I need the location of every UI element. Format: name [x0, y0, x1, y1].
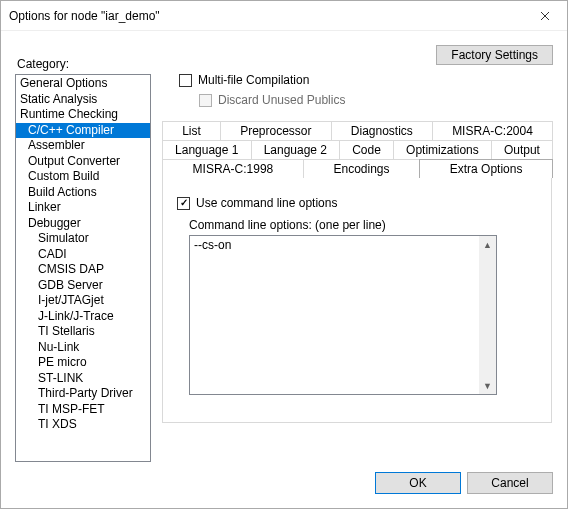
ok-button[interactable]: OK — [375, 472, 461, 494]
cmdline-options-field[interactable]: ▲ ▼ — [189, 235, 497, 395]
tab-output[interactable]: Output — [491, 140, 553, 159]
tab-diagnostics[interactable]: Diagnostics — [331, 121, 433, 140]
tab-panel-extra-options: Use command line options Command line op… — [162, 177, 552, 423]
scrollbar[interactable]: ▲ ▼ — [479, 236, 496, 394]
category-item[interactable]: J-Link/J-Trace — [16, 309, 150, 325]
category-item[interactable]: PE micro — [16, 355, 150, 371]
category-item[interactable]: TI XDS — [16, 417, 150, 433]
factory-settings-button[interactable]: Factory Settings — [436, 45, 553, 65]
dialog-footer: OK Cancel — [15, 462, 553, 502]
category-item[interactable]: Runtime Checking — [16, 107, 150, 123]
tab-optimizations[interactable]: Optimizations — [393, 140, 492, 159]
category-item[interactable]: Static Analysis — [16, 92, 150, 108]
options-dialog: Options for node "iar_demo" Category: Ge… — [0, 0, 568, 509]
tab-language-2[interactable]: Language 2 — [251, 140, 341, 159]
tab-misra-c-2004[interactable]: MISRA-C:2004 — [432, 121, 553, 140]
category-item[interactable]: CADI — [16, 247, 150, 263]
tab-preprocessor[interactable]: Preprocessor — [220, 121, 332, 140]
tab-encodings[interactable]: Encodings — [303, 159, 420, 178]
checkbox-icon — [177, 197, 190, 210]
category-label: Category: — [17, 57, 151, 71]
close-icon — [540, 11, 550, 21]
checkbox-icon — [179, 74, 192, 87]
use-cmdline-label: Use command line options — [196, 196, 337, 210]
window-title: Options for node "iar_demo" — [9, 9, 523, 23]
discard-unused-label: Discard Unused Publics — [218, 93, 345, 107]
titlebar: Options for node "iar_demo" — [1, 1, 567, 31]
cancel-button[interactable]: Cancel — [467, 472, 553, 494]
cmdline-options-label: Command line options: (one per line) — [189, 218, 537, 232]
category-item[interactable]: TI MSP-FET — [16, 402, 150, 418]
category-item[interactable]: General Options — [16, 76, 150, 92]
category-item[interactable]: Linker — [16, 200, 150, 216]
category-item[interactable]: ST-LINK — [16, 371, 150, 387]
scroll-down-icon[interactable]: ▼ — [479, 377, 496, 394]
discard-unused-checkbox: Discard Unused Publics — [199, 93, 553, 107]
tabs: ListPreprocessorDiagnosticsMISRA-C:2004L… — [161, 119, 553, 424]
tab-extra-options[interactable]: Extra Options — [419, 159, 553, 178]
multifile-compilation-label: Multi-file Compilation — [198, 73, 309, 87]
tab-language-1[interactable]: Language 1 — [162, 140, 252, 159]
use-cmdline-checkbox[interactable]: Use command line options — [177, 196, 537, 210]
category-item[interactable]: Simulator — [16, 231, 150, 247]
checkbox-icon — [199, 94, 212, 107]
tab-list[interactable]: List — [162, 121, 221, 140]
category-item[interactable]: Build Actions — [16, 185, 150, 201]
category-item[interactable]: I-jet/JTAGjet — [16, 293, 150, 309]
category-item[interactable]: C/C++ Compiler — [16, 123, 150, 139]
multifile-compilation-checkbox[interactable]: Multi-file Compilation — [179, 73, 553, 87]
category-item[interactable]: Custom Build — [16, 169, 150, 185]
cmdline-options-textarea[interactable] — [190, 236, 479, 394]
category-item[interactable]: Debugger — [16, 216, 150, 232]
tab-misra-c-1998[interactable]: MISRA-C:1998 — [162, 159, 304, 178]
category-item[interactable]: CMSIS DAP — [16, 262, 150, 278]
category-item[interactable]: Assembler — [16, 138, 150, 154]
category-item[interactable]: Third-Party Driver — [16, 386, 150, 402]
category-item[interactable]: GDB Server — [16, 278, 150, 294]
category-item[interactable]: TI Stellaris — [16, 324, 150, 340]
category-item[interactable]: Nu-Link — [16, 340, 150, 356]
close-button[interactable] — [523, 1, 567, 30]
category-list[interactable]: General OptionsStatic AnalysisRuntime Ch… — [15, 74, 151, 462]
category-item[interactable]: Output Converter — [16, 154, 150, 170]
tab-code[interactable]: Code — [339, 140, 394, 159]
scroll-up-icon[interactable]: ▲ — [479, 236, 496, 253]
